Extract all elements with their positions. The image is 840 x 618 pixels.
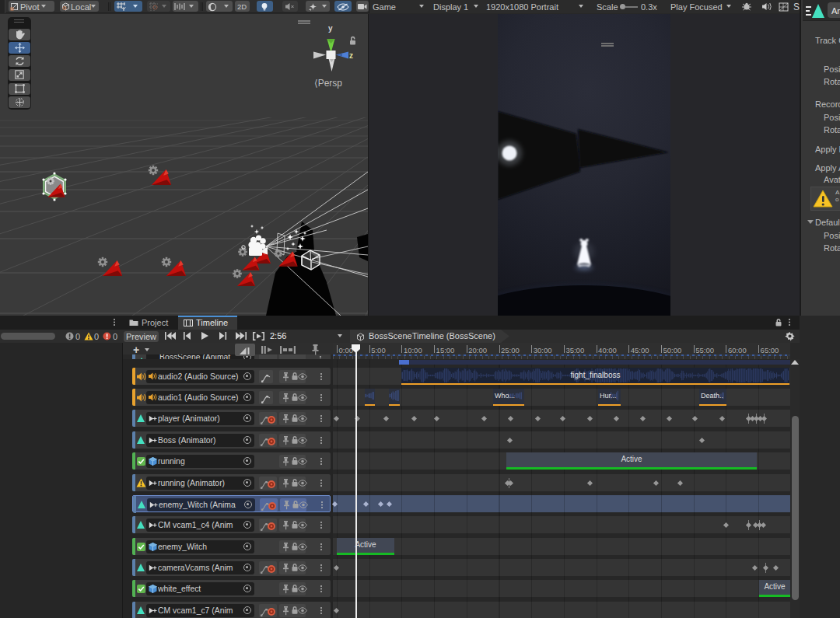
svg-text:z: z: [349, 51, 353, 60]
svg-text:y: y: [328, 24, 333, 33]
